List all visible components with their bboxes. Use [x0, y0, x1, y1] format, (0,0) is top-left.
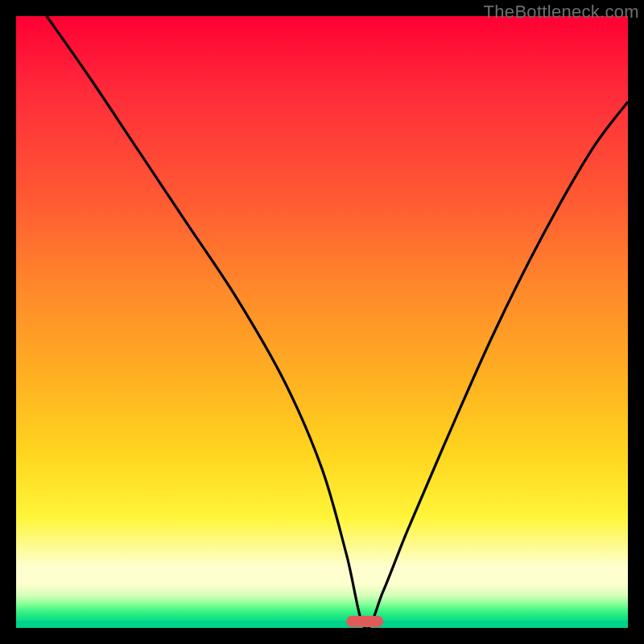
chart-frame: TheBottleneck.com: [0, 0, 644, 644]
optimal-marker: [346, 616, 383, 627]
bottleneck-curve-svg: [16, 16, 628, 628]
plot-area: [16, 16, 628, 628]
watermark-text: TheBottleneck.com: [484, 2, 639, 23]
bottleneck-curve-path: [47, 16, 628, 628]
